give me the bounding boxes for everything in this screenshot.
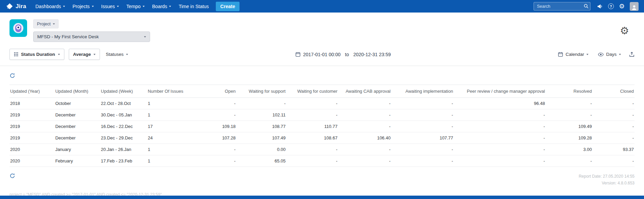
table-cell: -	[393, 121, 455, 132]
table-cell: 107.77	[393, 132, 455, 144]
create-button[interactable]: Create	[216, 2, 240, 11]
table-cell: 17	[146, 121, 196, 132]
jira-logo-icon	[6, 3, 13, 10]
table-cell: 109.28	[547, 132, 594, 144]
bottom-bar	[0, 196, 644, 199]
toolbar: Status Duration Average Statuses 2017-01…	[0, 45, 644, 66]
nav-item-issues[interactable]: Issues	[98, 0, 123, 13]
table-cell: 102.11	[237, 109, 288, 121]
project-select[interactable]: MFSD - My First Service Desk	[33, 31, 150, 42]
table-cell: -	[547, 98, 594, 109]
chevron-down-icon	[92, 6, 94, 7]
settings-icon[interactable]: ⚙	[619, 3, 625, 9]
column-header[interactable]: Closed	[594, 85, 635, 98]
table-cell: 20.Jan - 26.Jan	[99, 144, 146, 155]
table-cell: -	[196, 109, 238, 121]
column-header[interactable]: Updated (Week)	[99, 85, 146, 98]
announcement-icon[interactable]	[597, 4, 603, 9]
table-cell: 2019	[9, 121, 53, 132]
nav-item-time-in-status[interactable]: Time in Status	[175, 0, 212, 13]
column-header[interactable]: Awaiting CAB approval	[339, 85, 393, 98]
report-meta: Report Date: 27.05.2020 14:55 Version: 4…	[579, 173, 635, 187]
report-type-button[interactable]: Status Duration	[9, 49, 64, 60]
refresh-icon-top[interactable]	[9, 73, 15, 79]
table-cell: -	[455, 144, 547, 155]
table-cell: 2018	[9, 98, 53, 109]
chevron-down-icon	[63, 6, 65, 7]
table-cell: 110.77	[288, 121, 339, 132]
table-cell: -	[393, 109, 455, 121]
nav-item-dashboards[interactable]: Dashboards	[32, 0, 69, 13]
table-cell: 2019	[9, 132, 53, 144]
column-header[interactable]: Peer review / change manager approval	[455, 85, 547, 98]
table-row: 2019December30.Dec - 05.Jan1-102.11-----…	[9, 109, 635, 121]
column-header[interactable]: Open	[196, 85, 238, 98]
table-cell: -	[393, 155, 455, 167]
table-cell: January	[53, 144, 99, 155]
table-cell: -	[594, 121, 635, 132]
table-cell: -	[288, 109, 339, 121]
table-cell: 2020	[9, 144, 53, 155]
table-cell: -	[196, 155, 238, 167]
aggregation-label: Average	[73, 52, 91, 57]
project-avatar-icon	[9, 19, 27, 37]
project-avatar[interactable]	[9, 19, 27, 37]
statuses-dropdown[interactable]: Statuses	[104, 50, 129, 59]
navbar-right: ? ⚙	[534, 2, 639, 11]
table-cell: -	[455, 155, 547, 167]
date-range[interactable]: 2017-01-01 00:00 to 2020-12-31 23:59	[129, 52, 557, 57]
column-header[interactable]: Waiting for support	[237, 85, 288, 98]
table-cell: 1	[146, 155, 196, 167]
table-row: 2018October22.Oct - 28.Oct1-----96.48--	[9, 98, 635, 109]
refresh-icon-bottom[interactable]	[9, 173, 15, 179]
time-unit-dropdown[interactable]: Days	[597, 50, 622, 59]
table-cell: -	[594, 132, 635, 144]
aggregation-button[interactable]: Average	[69, 49, 100, 60]
table-row: 2020February17.Feb - 23.Feb1-65.05------	[9, 155, 635, 167]
table-cell: -	[339, 98, 393, 109]
table-cell: -	[594, 155, 635, 167]
eye-icon	[598, 52, 604, 57]
table-cell: 106.40	[339, 132, 393, 144]
search-icon[interactable]	[584, 4, 588, 10]
nav-item-tempo[interactable]: Tempo	[123, 0, 148, 13]
column-header[interactable]: Awaiting implementation	[393, 85, 455, 98]
navbar-left: Jira DashboardsProjectsIssuesTempoBoards…	[6, 0, 240, 13]
column-header[interactable]: Waiting for customer	[288, 85, 339, 98]
table-cell: -	[455, 132, 547, 144]
user-avatar[interactable]	[630, 2, 639, 11]
help-icon[interactable]: ?	[608, 3, 614, 9]
scope-selector[interactable]: Project	[33, 19, 59, 28]
column-header[interactable]: Resolved	[547, 85, 594, 98]
table-cell: 109.18	[196, 121, 238, 132]
table-cell: -	[339, 121, 393, 132]
column-header[interactable]: Number Of Issues	[146, 85, 196, 98]
time-unit-label: Days	[606, 52, 617, 57]
export-icon[interactable]	[629, 52, 635, 57]
chevron-down-icon	[117, 6, 119, 7]
table-row: 2019December16.Dec - 22.Dec17109.18108.7…	[9, 121, 635, 132]
table-cell: -	[339, 155, 393, 167]
table-cell: -	[547, 109, 594, 121]
table-cell: 108.67	[288, 132, 339, 144]
help-glyph: ?	[610, 4, 612, 8]
search-input[interactable]	[534, 2, 590, 10]
report-settings-icon[interactable]: ⚙	[620, 26, 629, 36]
column-header[interactable]: Updated (Month)	[53, 85, 99, 98]
calendar-icon	[558, 52, 563, 57]
view-mode-dropdown[interactable]: Calendar	[557, 50, 590, 59]
table-cell: 96.48	[455, 98, 547, 109]
nav-item-projects[interactable]: Projects	[69, 0, 98, 13]
table-cell: -	[339, 109, 393, 121]
brand-name: Jira	[16, 3, 26, 10]
column-header[interactable]: Updated (Year)	[9, 85, 53, 98]
jira-logo[interactable]: Jira	[6, 3, 26, 10]
table-cell: 16.Dec - 22.Dec	[99, 121, 146, 132]
table-cell: -	[196, 98, 238, 109]
nav-item-label: Boards	[152, 4, 167, 9]
nav-item-boards[interactable]: Boards	[148, 0, 175, 13]
grid-icon	[14, 52, 18, 57]
table-cell: 108.77	[237, 121, 288, 132]
table-cell: 3.00	[547, 144, 594, 155]
table-cell: -	[288, 155, 339, 167]
